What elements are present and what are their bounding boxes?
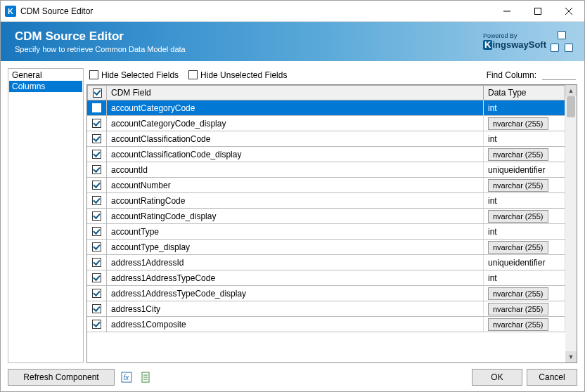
data-type-button[interactable]: nvarchar (255)	[488, 179, 548, 192]
data-type-text: uniqueidentifier	[488, 258, 545, 268]
row-checkbox[interactable]	[92, 119, 101, 128]
field-name: accountCategoryCode_display	[107, 116, 484, 131]
ok-button[interactable]: OK	[472, 369, 522, 386]
row-check-cell[interactable]	[87, 131, 107, 147]
row-checkbox[interactable]	[92, 103, 101, 112]
row-check-cell[interactable]	[87, 255, 107, 270]
table-row[interactable]: accountNumbernvarchar (255)	[87, 178, 565, 193]
table-row[interactable]: address1AddressTypeCodeint	[87, 270, 565, 286]
close-button[interactable]	[553, 1, 584, 21]
field-name: accountClassificationCode	[107, 131, 484, 147]
scroll-up-icon[interactable]: ▲	[565, 85, 577, 96]
data-type-button[interactable]: nvarchar (255)	[488, 287, 548, 300]
table-row[interactable]: address1Citynvarchar (255)	[87, 301, 565, 317]
scroll-down-icon[interactable]: ▼	[565, 351, 577, 362]
banner-subtitle: Specify how to retrieve Common Data Mode…	[15, 45, 186, 53]
row-checkbox[interactable]	[92, 165, 101, 174]
field-name: accountRatingCode_display	[107, 209, 484, 224]
row-check-cell[interactable]	[87, 147, 107, 162]
row-check-cell[interactable]	[87, 209, 107, 224]
table-row[interactable]: accountClassificationCodeint	[87, 131, 565, 147]
row-check-cell[interactable]	[87, 100, 107, 116]
row-check-cell[interactable]	[87, 270, 107, 286]
sidebar-item-columns[interactable]: Columns	[9, 81, 82, 92]
minimize-button[interactable]	[491, 1, 522, 21]
table-row[interactable]: address1AddressIduniqueidentifier	[87, 255, 565, 270]
vertical-scrollbar[interactable]: ▲ ▼	[565, 85, 577, 362]
refresh-component-button[interactable]: Refresh Component	[8, 369, 115, 386]
row-check-cell[interactable]	[87, 193, 107, 209]
type-cell: nvarchar (255)	[484, 209, 565, 224]
table-row[interactable]: accountRatingCode_displaynvarchar (255)	[87, 209, 565, 224]
data-type-text: int	[488, 103, 497, 113]
row-check-cell[interactable]	[87, 286, 107, 301]
row-checkbox[interactable]	[92, 227, 101, 236]
data-type-button[interactable]: nvarchar (255)	[488, 241, 548, 254]
data-type-button[interactable]: nvarchar (255)	[488, 318, 548, 331]
table-row[interactable]: address1AddressTypeCode_displaynvarchar …	[87, 286, 565, 301]
row-check-cell[interactable]	[87, 301, 107, 317]
select-all-checkbox[interactable]	[93, 89, 102, 98]
data-type-button[interactable]: nvarchar (255)	[488, 117, 548, 130]
hide-selected-label: Hide Selected Fields	[101, 70, 179, 80]
row-checkbox[interactable]	[92, 211, 101, 221]
app-icon: K	[5, 6, 16, 17]
row-checkbox[interactable]	[92, 134, 101, 143]
scroll-track[interactable]	[565, 96, 577, 351]
row-checkbox[interactable]	[92, 320, 101, 329]
header-banner: CDM Source Editor Specify how to retriev…	[1, 22, 584, 61]
header-type[interactable]: Data Type	[484, 85, 565, 100]
row-check-cell[interactable]	[87, 240, 107, 255]
row-checkbox[interactable]	[92, 289, 101, 298]
table-row[interactable]: accountIduniqueidentifier	[87, 162, 565, 178]
data-type-text: int	[488, 196, 497, 206]
maximize-button[interactable]	[522, 1, 553, 21]
scroll-thumb[interactable]	[567, 96, 575, 117]
find-column-input[interactable]	[542, 70, 576, 80]
row-checkbox[interactable]	[92, 258, 101, 267]
document-icon[interactable]	[139, 370, 154, 385]
field-name: address1AddressId	[107, 255, 484, 270]
row-check-cell[interactable]	[87, 178, 107, 193]
data-type-text: uniqueidentifier	[488, 165, 545, 175]
sidebar-item-general[interactable]: General	[9, 70, 82, 81]
type-cell: nvarchar (255)	[484, 147, 565, 162]
row-check-cell[interactable]	[87, 317, 107, 332]
data-type-button[interactable]: nvarchar (255)	[488, 303, 548, 315]
header-field[interactable]: CDM Field	[107, 85, 484, 100]
field-name: address1AddressTypeCode_display	[107, 286, 484, 301]
banner-title: CDM Source Editor	[15, 30, 186, 44]
row-checkbox[interactable]	[92, 150, 101, 159]
row-check-cell[interactable]	[87, 162, 107, 178]
header-check-cell[interactable]	[87, 85, 107, 100]
table-row[interactable]: accountCategoryCode_displaynvarchar (255…	[87, 116, 565, 131]
row-checkbox[interactable]	[92, 273, 101, 282]
field-name: address1AddressTypeCode	[107, 270, 484, 286]
banner-text: CDM Source Editor Specify how to retriev…	[15, 30, 186, 53]
type-cell: uniqueidentifier	[484, 162, 565, 178]
cancel-button[interactable]: Cancel	[527, 369, 577, 386]
row-checkbox[interactable]	[92, 181, 101, 190]
hide-unselected-label: Hide Unselected Fields	[200, 70, 287, 80]
table-row[interactable]: accountCategoryCodeint	[87, 100, 565, 116]
table-row[interactable]: accountType_displaynvarchar (255)	[87, 240, 565, 255]
table-row[interactable]: accountRatingCodeint	[87, 193, 565, 209]
row-checkbox[interactable]	[92, 304, 101, 313]
brand-logo: Powered By KingswaySoft	[483, 31, 573, 52]
window-controls	[491, 1, 584, 21]
hide-unselected-checkbox[interactable]	[188, 70, 198, 79]
table-row[interactable]: address1Compositenvarchar (255)	[87, 317, 565, 332]
field-name: address1Composite	[107, 317, 484, 332]
table-row[interactable]: accountClassificationCode_displaynvarcha…	[87, 147, 565, 162]
hide-selected-checkbox[interactable]	[89, 70, 98, 79]
expression-icon[interactable]: fx	[119, 370, 134, 385]
row-checkbox[interactable]	[92, 242, 101, 251]
brand-logo-text: Powered By KingswaySoft	[483, 33, 546, 50]
row-check-cell[interactable]	[87, 116, 107, 131]
data-type-button[interactable]: nvarchar (255)	[488, 210, 548, 223]
type-cell: nvarchar (255)	[484, 178, 565, 193]
data-type-button[interactable]: nvarchar (255)	[488, 148, 548, 161]
table-row[interactable]: accountTypeint	[87, 224, 565, 240]
row-check-cell[interactable]	[87, 224, 107, 240]
row-checkbox[interactable]	[92, 196, 101, 205]
